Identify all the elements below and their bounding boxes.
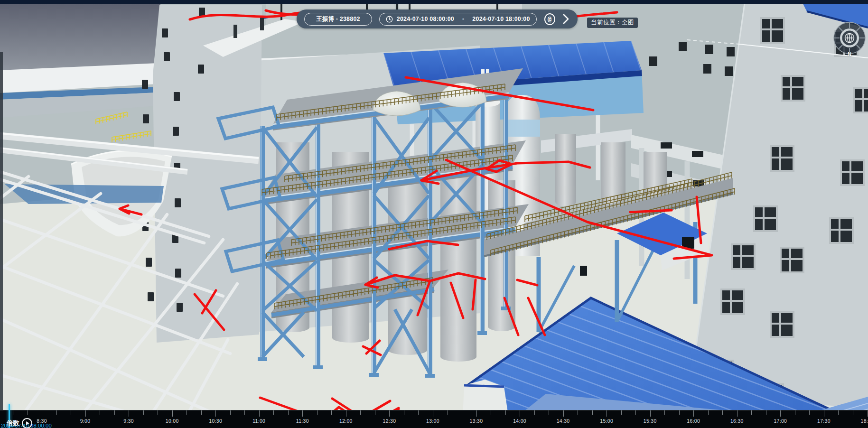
timeline-label: 11:30 [296,418,309,424]
timeline-tick [346,410,346,417]
timeline-label: 13:00 [426,418,439,424]
timeline-tick [693,410,694,417]
person-field[interactable]: 王振博 - 238802 [304,13,372,26]
timeline-label: 16:30 [730,418,744,424]
timeline-tick [28,410,28,415]
3d-scene-viewport[interactable] [0,0,868,428]
time-range-field[interactable]: 2024-07-10 08:00:00 - 2024-07-10 18:00:0… [379,13,537,26]
locate-button[interactable]: @ [544,13,555,25]
timeline-tick [853,410,853,415]
timeline-tick [607,410,607,417]
timeline-label: 18:00 [861,418,868,424]
timeline-tick [824,410,824,417]
current-location-badge: 当前位置：全图 [587,18,638,28]
timeline-scrubber[interactable]: 8:309:009:3010:0010:3011:0011:3012:0012:… [0,410,868,428]
left-edge-shadow [0,52,3,413]
timeline-tick [635,410,636,415]
timeline-tick [751,410,752,415]
timeline-tick [215,410,216,417]
timeline-tick [42,410,42,417]
timeline-tick [404,410,404,415]
timeline-tick [114,410,115,415]
timeline-tick [722,410,723,415]
play-icon [26,421,29,425]
timeline-label: 17:30 [817,418,831,424]
time-end: 2024-07-10 18:00:00 [472,16,530,22]
timeline-tick [259,410,260,417]
timeline-label: 11:00 [252,418,265,424]
timeline-label: 16:00 [687,418,700,424]
timeline-tick [679,410,680,415]
timeline-tick [360,410,361,415]
person-label: 王振博 - 238802 [316,15,360,23]
app-viewport: 王振博 - 238802 2024-07-10 08:00:00 - 2024-… [0,0,868,428]
timeline-tick [766,410,766,415]
timeline-tick [505,410,506,415]
timeline-tick [534,410,535,415]
timeline-tick [244,410,245,415]
timeline-tick [129,410,129,417]
timeline-tick [143,410,144,415]
next-button[interactable] [562,13,570,25]
timeline-tick [563,410,564,417]
timeline-label: 12:00 [339,418,353,424]
timeline-tick [708,410,709,415]
timeline-tick [664,410,665,415]
timeline-label: 14:00 [513,418,526,424]
timeline-tick [520,410,520,417]
timeline-label: 9:00 [80,418,91,424]
timeline-tick [172,410,173,417]
timeline-tick [56,410,57,415]
timeline-tick [737,410,737,417]
timeline-label: 12:30 [383,418,396,424]
timeline-tick [621,410,622,415]
time-start: 2024-07-10 08:00:00 [397,16,454,22]
timeline-tick [273,410,274,415]
compass-navigator[interactable]: N [832,21,867,57]
timeline-tick [476,410,477,417]
timeline-tick [592,410,593,415]
play-button[interactable] [22,418,32,428]
chevron-right-icon [563,14,569,24]
timeline-tick [230,410,231,415]
timeline-tick [780,410,781,417]
person-marker [580,266,587,276]
timeline-tick [331,410,332,415]
timeline-label: 10:00 [166,418,179,424]
timeline-label: 15:30 [644,418,657,424]
timeline-tick [838,410,839,415]
timeline-tick [650,410,651,417]
timeline-tick [578,410,578,415]
timeline-tick [462,410,462,415]
timeline-label: 10:30 [209,418,222,424]
timeline-tick [491,410,491,415]
time-separator: - [462,16,464,22]
locate-icon: @ [548,15,551,23]
compass-north-label: N [848,51,851,57]
timeline-tick [375,410,375,415]
timeline-tick [868,410,868,417]
timeline-tick [187,410,187,415]
timeline-tick [317,410,317,415]
timeline-tick [71,410,71,415]
timeline-tick [201,410,202,415]
timeline-tick [433,410,433,417]
timeline-tick [549,410,549,415]
top-edge-strip [0,0,868,4]
timeline-tick [158,410,158,415]
timeline-tick [13,410,13,415]
timeline-tick [389,410,390,417]
timeline-tick [448,410,448,415]
timeline-label: 13:30 [470,418,483,424]
timeline-tick [795,410,795,415]
timeline-tick [85,410,86,417]
timeline-tick [302,410,303,417]
current-location-text: 当前位置：全图 [591,19,634,26]
timeline-tick [809,410,810,415]
timeline-tick [100,410,100,415]
clock-icon [386,16,393,23]
playback-toolbar: 王振博 - 238802 2024-07-10 08:00:00 - 2024-… [297,9,578,28]
timeline-label: 15:00 [600,418,613,424]
timeline-tick [288,410,289,415]
timeline-label: 9:30 [123,418,134,424]
